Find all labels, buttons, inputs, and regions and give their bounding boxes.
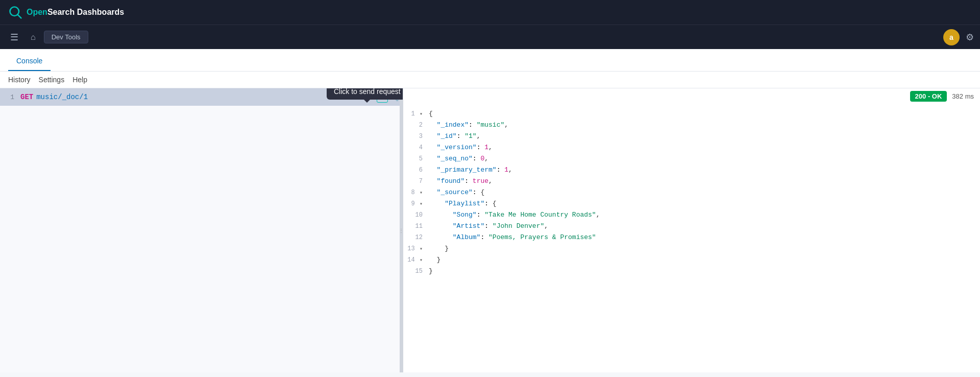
wrench-button[interactable]: 🔧 xyxy=(390,93,399,101)
json-line-9: 9 ▾ "Playlist": { xyxy=(403,199,980,210)
hamburger-button[interactable]: ☰ xyxy=(6,30,22,45)
json-line-7: 7 "found": true, xyxy=(403,176,980,187)
line-number-1: 1 xyxy=(0,93,20,101)
main-content: Click to send request 1 GET music/_doc/1… xyxy=(0,88,980,372)
logo-text: OpenSearch Dashboards xyxy=(27,8,124,17)
json-line-3: 3 "_id": "1", xyxy=(403,131,980,143)
app-logo: OpenSearch Dashboards xyxy=(8,5,124,19)
output-panel: 200 - OK 382 ms 1 ▾ { 2 "_index": "music… xyxy=(403,88,980,372)
global-settings-button[interactable]: ⚙ xyxy=(966,32,974,43)
editor-line-1[interactable]: 1 GET music/_doc/1 🔧 xyxy=(0,88,403,106)
editor-panel: Click to send request 1 GET music/_doc/1… xyxy=(0,88,403,372)
home-button[interactable]: ⌂ xyxy=(27,31,40,44)
tab-bar: Console xyxy=(0,49,980,72)
json-line-5: 5 "_seq_no": 0, xyxy=(403,154,980,165)
topbar-right-actions: a ⚙ xyxy=(943,29,974,45)
json-line-4: 4 "_version": 1, xyxy=(403,143,980,154)
json-line-1: 1 ▾ { xyxy=(403,109,980,120)
method-label: GET xyxy=(20,93,33,101)
settings-button[interactable]: Settings xyxy=(39,76,65,84)
console-toolbar: History Settings Help xyxy=(0,72,980,88)
endpoint-text: music/_doc/1 xyxy=(36,93,88,101)
json-line-2: 2 "_index": "music", xyxy=(403,120,980,131)
json-output: 1 ▾ { 2 "_index": "music", 3 "_id": "1",… xyxy=(403,105,980,281)
top-navbar: OpenSearch Dashboards xyxy=(0,0,980,25)
json-line-8: 8 ▾ "_source": { xyxy=(403,187,980,199)
json-line-14: 14 ▾ } xyxy=(403,255,980,266)
dev-tools-badge[interactable]: Dev Tools xyxy=(44,31,88,43)
json-line-13: 13 ▾ } xyxy=(403,244,980,255)
json-line-6: 6 "_primary_term": 1, xyxy=(403,165,980,176)
json-line-15: 15 } xyxy=(403,266,980,277)
line-content-1: GET music/_doc/1 xyxy=(20,93,377,101)
editor-line-actions: 🔧 xyxy=(377,91,399,103)
history-button[interactable]: History xyxy=(8,76,31,84)
help-button[interactable]: Help xyxy=(72,76,87,84)
timing-text: 382 ms xyxy=(952,92,974,100)
secondary-navbar: ☰ ⌂ Dev Tools a ⚙ xyxy=(0,25,980,49)
status-badge: 200 - OK xyxy=(910,91,947,102)
console-tab[interactable]: Console xyxy=(8,52,51,71)
resize-handle[interactable]: ⋮ xyxy=(400,88,403,372)
output-status-bar: 200 - OK 382 ms xyxy=(904,88,980,104)
run-button[interactable] xyxy=(377,91,388,103)
json-line-10: 10 "Song": "Take Me Home Country Roads", xyxy=(403,210,980,221)
json-line-11: 11 "Artist": "John Denver", xyxy=(403,221,980,232)
avatar-button[interactable]: a xyxy=(943,29,960,45)
svg-marker-2 xyxy=(380,95,384,100)
json-line-12: 12 "Album": "Poems, Prayers & Promises" xyxy=(403,232,980,244)
svg-line-1 xyxy=(17,14,21,18)
